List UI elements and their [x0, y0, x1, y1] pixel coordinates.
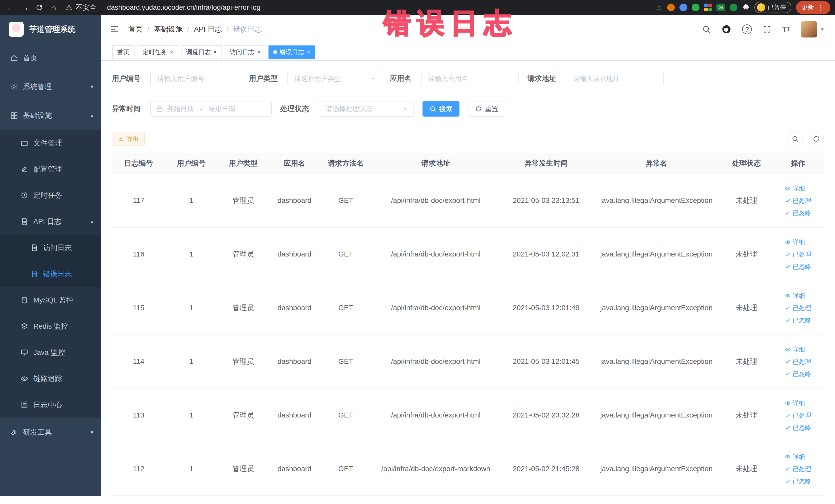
mark-processed-link[interactable]: 已处理 [785, 198, 811, 204]
close-icon[interactable]: × [307, 49, 310, 55]
close-icon[interactable]: × [213, 49, 217, 55]
sidebar-item-mysql[interactable]: MySQL 监控 [0, 287, 101, 313]
refresh-button[interactable] [809, 132, 824, 146]
wrench-icon [10, 428, 18, 436]
cell-user-id: 1 [165, 281, 217, 335]
sidebar-item-trace[interactable]: 链路追踪 [0, 366, 101, 392]
extension-leaf-icon[interactable] [730, 4, 737, 11]
extension-green-icon[interactable] [692, 4, 699, 11]
user-menu[interactable]: ▾ [801, 21, 824, 38]
github-icon[interactable] [721, 24, 731, 34]
detail-link[interactable]: 详细 [785, 185, 805, 191]
sidebar-item-java[interactable]: Java 监控 [0, 339, 101, 366]
update-button[interactable]: 更新 ⋮ [796, 1, 830, 14]
detail-link[interactable]: 详细 [785, 454, 805, 460]
layers-icon [21, 322, 28, 330]
chevron-up-icon: ▴ [90, 112, 94, 119]
help-icon[interactable]: ? [742, 24, 752, 34]
date-range-picker[interactable]: 开始日期 - 结束日期 [150, 101, 271, 117]
export-button[interactable]: 导出 [112, 132, 145, 146]
detail-link[interactable]: 详细 [785, 239, 805, 245]
chevron-down-icon: ▾ [90, 83, 94, 90]
address-bar[interactable]: ⚠ 不安全 dashboard.yudao.iocoder.cn/infra/l… [62, 3, 653, 12]
cell-exception-time: 2021-05-03 23:13:51 [500, 174, 592, 227]
sidebar-item-system[interactable]: 系统管理 ▾ [0, 73, 101, 101]
sidebar-item-log-center[interactable]: 日志中心 [0, 392, 101, 418]
hamburger-icon[interactable] [109, 24, 120, 35]
app-frame: 芋道管理系统 首页 系统管理 ▾ 基础设施 ▴ 文件管理 配置管理 定时任务 [0, 15, 835, 504]
mark-processed-link[interactable]: 已处理 [785, 466, 811, 472]
mark-ignored-link[interactable]: 已忽略 [785, 478, 811, 484]
detail-link[interactable]: 详细 [785, 293, 805, 299]
tag-access-log[interactable]: 访问日志 × [225, 45, 265, 59]
extension-grid-icon[interactable] [704, 4, 712, 11]
app-name-input[interactable] [421, 71, 519, 86]
browser-back-icon[interactable]: ← [5, 2, 16, 13]
breadcrumb-infra[interactable]: 基础设施 [154, 24, 183, 34]
paused-badge-label: 已暂停 [768, 3, 786, 12]
paused-badge[interactable]: 已暂停 [754, 2, 791, 13]
sidebar-item-infra[interactable]: 基础设施 ▴ [0, 101, 101, 130]
cell-log-id: 116 [112, 227, 165, 281]
cell-user-type: 管理员 [217, 335, 269, 388]
request-url-input[interactable] [566, 71, 664, 86]
tag-home[interactable]: 首页 [113, 45, 135, 59]
tag-error-log[interactable]: 错误日志 × [268, 45, 315, 59]
close-icon[interactable]: × [170, 49, 173, 55]
select-placeholder: 请选择处理状态 [326, 104, 372, 114]
tag-job[interactable]: 定时任务 × [138, 45, 178, 59]
sidebar-logo[interactable]: 芋道管理系统 [0, 15, 101, 44]
sidebar-item-dev-tools[interactable]: 研发工具 ▾ [0, 418, 101, 447]
breadcrumb-api-log[interactable]: API 日志 [194, 24, 222, 34]
mark-ignored-link[interactable]: 已忽略 [785, 371, 811, 377]
sidebar-item-job[interactable]: 定时任务 [0, 182, 101, 208]
browser-home-icon[interactable]: ⌂ [48, 2, 60, 13]
browser-menu-icon[interactable]: ⋮ [817, 3, 825, 12]
export-button-label: 导出 [126, 135, 139, 143]
mark-ignored-link[interactable]: 已忽略 [785, 210, 811, 216]
font-size-icon[interactable]: TT [782, 25, 790, 34]
mark-processed-link-label: 已处理 [793, 198, 811, 204]
mark-processed-link[interactable]: 已处理 [785, 359, 811, 365]
process-status-select[interactable]: 请选择处理状态 [319, 101, 414, 117]
bookmark-star-icon[interactable]: ☆ [656, 3, 663, 12]
close-icon[interactable]: × [257, 49, 261, 55]
sidebar-item-config[interactable]: 配置管理 [0, 156, 101, 182]
reset-button[interactable]: 重置 [468, 101, 505, 117]
toggle-search-button[interactable] [788, 132, 803, 146]
sidebar-item-api-log[interactable]: API 日志 ▴ [0, 208, 101, 235]
extension-on-icon[interactable]: on [716, 4, 725, 11]
mark-processed-link[interactable]: 已处理 [785, 412, 811, 419]
mark-ignored-link[interactable]: 已忽略 [785, 425, 811, 431]
cell-request-url: /api/infra/db-doc/export-markdown [372, 442, 500, 496]
monitor-icon [21, 349, 28, 356]
extension-blue-icon[interactable] [679, 4, 687, 11]
search-icon [792, 135, 799, 142]
user-id-input[interactable] [150, 71, 240, 86]
extensions-puzzle-icon[interactable] [742, 4, 750, 11]
tag-schedule-log[interactable]: 调度日志 × [181, 45, 222, 59]
cell-exception-time: 2021-05-02 23:32:28 [500, 388, 592, 442]
search-icon[interactable] [702, 25, 711, 34]
detail-link[interactable]: 详细 [785, 400, 805, 406]
sidebar-item-home[interactable]: 首页 [0, 44, 101, 73]
browser-reload-icon[interactable] [33, 2, 45, 13]
sidebar-item-access-log[interactable]: 访问日志 [0, 235, 101, 261]
mark-ignored-link[interactable]: 已忽略 [785, 317, 811, 323]
sidebar-item-redis[interactable]: Redis 监控 [0, 313, 101, 339]
breadcrumb-home[interactable]: 首页 [128, 24, 143, 34]
extension-orange-icon[interactable] [667, 4, 675, 11]
sidebar-item-error-log[interactable]: 错误日志 [0, 261, 101, 287]
search-button[interactable]: 搜索 [423, 101, 460, 117]
detail-link[interactable]: 详细 [785, 346, 805, 352]
mark-processed-link[interactable]: 已处理 [785, 305, 811, 311]
table-toolbar: 导出 [112, 132, 824, 146]
fullscreen-icon[interactable] [762, 25, 771, 34]
navbar-tools: ? TT ▾ [702, 21, 824, 38]
browser-forward-icon[interactable]: → [19, 2, 31, 13]
mark-processed-link[interactable]: 已处理 [785, 251, 811, 258]
user-type-select[interactable]: 请选择用户类型 [287, 71, 381, 86]
cell-exception-time: 2021-05-03 12:02:31 [500, 227, 592, 281]
mark-ignored-link[interactable]: 已忽略 [785, 264, 811, 270]
sidebar-item-file[interactable]: 文件管理 [0, 130, 101, 156]
